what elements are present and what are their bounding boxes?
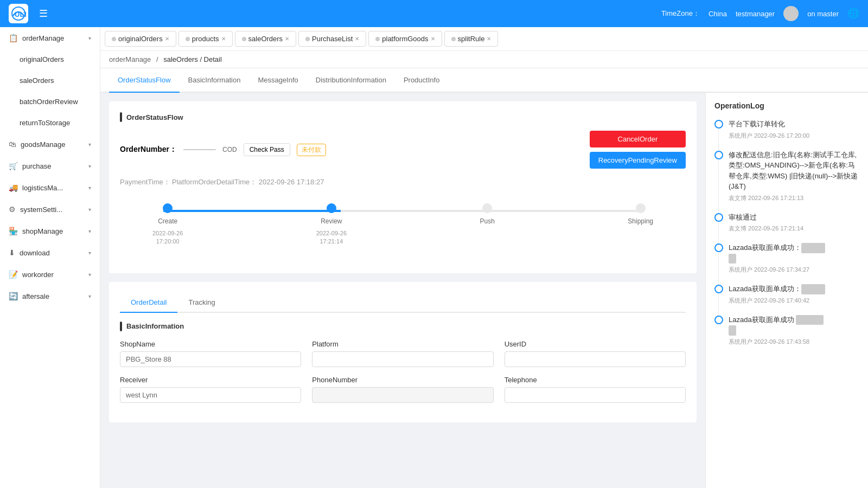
- close-icon-saleOrders[interactable]: ✕: [285, 36, 289, 42]
- sidebar-item-purchase[interactable]: 🛒 purchase ▾: [0, 155, 100, 177]
- step-time-create: 2022-09-2617:20:00: [152, 229, 183, 246]
- basic-info-title: BasicInformation: [120, 322, 686, 331]
- timezone-label: TimeZone：: [661, 9, 700, 18]
- operation-log-title: OperationLog: [714, 101, 859, 110]
- blurred-text-4: [801, 243, 826, 253]
- bottom-tabs: OrderDetail Tracking: [120, 293, 686, 313]
- tab-saleOrders[interactable]: saleOrders ✕: [235, 31, 297, 47]
- step-push: Push: [480, 203, 494, 246]
- tab-dot-products: [186, 37, 190, 41]
- hamburger-icon[interactable]: ☰: [39, 8, 48, 20]
- order-status-flow-card: OrderStatusFlow OrderNumber： COD Check P…: [109, 101, 697, 273]
- sidebar-label-shopManage: shopManage: [22, 227, 63, 235]
- sidebar-item-goodsManage[interactable]: 🛍 goodsManage ▾: [0, 133, 100, 155]
- op-log-meta-3: 袁文博 2022-09-26 17:21:14: [729, 224, 859, 233]
- tab-label-products: products: [192, 35, 219, 43]
- input-userid[interactable]: [505, 351, 686, 367]
- step-time-review: 2022-09-2617:21:14: [316, 229, 347, 246]
- chevron-icon-download: ▾: [88, 250, 91, 256]
- input-shopname[interactable]: [120, 351, 301, 367]
- breadcrumb-orderManage[interactable]: orderManage: [109, 55, 151, 63]
- sidebar-label-workorder: workorder: [22, 271, 54, 279]
- order-manage-icon: 📋: [9, 34, 18, 42]
- order-number-label: OrderNumber：: [120, 145, 177, 155]
- input-platform[interactable]: [312, 351, 493, 367]
- tab-products[interactable]: products ✕: [178, 31, 233, 47]
- close-icon-originalOrders[interactable]: ✕: [165, 36, 169, 42]
- chevron-icon-aftersale: ▾: [88, 293, 91, 299]
- goods-manage-icon: 🛍: [9, 140, 16, 149]
- sidebar-item-workorder[interactable]: 📝 workorder ▾: [0, 264, 100, 285]
- sidebar-item-systemSetti[interactable]: ⚙ systemSetti... ▾: [0, 198, 100, 220]
- check-pass-button[interactable]: Check Pass: [244, 143, 290, 156]
- op-log-content-1: 平台下载订单转化 系统用户 2022-09-26 17:20:00: [729, 119, 859, 140]
- progress-steps: Create 2022-09-2617:20:00 Review 2022-09…: [152, 203, 653, 246]
- timezone-value[interactable]: China: [709, 10, 727, 18]
- sidebar: 📋 orderManage ▾ originalOrders saleOrder…: [0, 27, 100, 488]
- page-tab-messageInfo[interactable]: MessageInfo: [249, 68, 307, 93]
- download-icon: ⬇: [9, 248, 15, 257]
- logo-icon: ULTRA: [9, 4, 28, 23]
- chevron-down-icon: ▾: [88, 35, 91, 41]
- tab-originalOrders[interactable]: originalOrders ✕: [105, 31, 176, 47]
- page-tab-label-productInfo: ProductInfo: [404, 76, 440, 84]
- input-telephone[interactable]: [505, 387, 686, 403]
- op-dot-5: [714, 285, 723, 293]
- tab-orderDetail[interactable]: OrderDetail: [120, 293, 177, 313]
- sidebar-item-logisticsMa[interactable]: 🚚 logisticsMa... ▾: [0, 177, 100, 198]
- op-dot-3: [714, 213, 723, 222]
- sidebar-label-saleOrders: saleOrders: [20, 76, 54, 85]
- order-suffix: COD: [222, 146, 237, 153]
- op-log-meta-2: 袁文博 2022-09-26 17:21:13: [729, 194, 859, 202]
- chevron-icon-logistics: ▾: [88, 185, 91, 191]
- tab-platformGoods[interactable]: platformGoods ✕: [368, 31, 442, 47]
- op-log-content-4: Lazada获取面单成功： 系统用户 2022-09-26 17:34:27: [729, 242, 859, 274]
- tab-label-splitRule: splitRule: [458, 35, 485, 43]
- tab-purchaseList[interactable]: PurchaseList ✕: [298, 31, 366, 47]
- input-phonenumber[interactable]: [312, 387, 493, 403]
- step-review: Review 2022-09-2617:21:14: [316, 203, 347, 246]
- close-icon-products[interactable]: ✕: [221, 36, 226, 42]
- sidebar-item-shopManage[interactable]: 🏪 shopManage ▾: [0, 220, 100, 242]
- cancel-order-button[interactable]: CancelOrder: [590, 131, 686, 147]
- tab-splitRule[interactable]: splitRule ✕: [444, 31, 499, 47]
- step-label-push: Push: [480, 217, 494, 225]
- tab-dot-purchaseList: [305, 37, 310, 41]
- op-log-item-1: 平台下载订单转化 系统用户 2022-09-26 17:20:00: [714, 119, 859, 140]
- op-log-text-4: Lazada获取面单成功：: [729, 242, 859, 264]
- sidebar-item-originalOrders[interactable]: originalOrders: [0, 49, 100, 70]
- recovery-pending-review-button[interactable]: RecoveryPendingReview: [590, 152, 686, 169]
- close-icon-platformGoods[interactable]: ✕: [431, 36, 435, 42]
- sidebar-item-returnToStorage[interactable]: returnToStorage: [0, 112, 100, 133]
- op-log-content-3: 审核通过 袁文博 2022-09-26 17:21:14: [729, 212, 859, 233]
- input-receiver[interactable]: [120, 387, 301, 403]
- chevron-icon-system: ▾: [88, 207, 91, 213]
- op-log-content-6: Lazada获取面单成功 系统用户 2022-09-26 17:43:58: [729, 314, 859, 346]
- sidebar-item-aftersale[interactable]: 🔄 aftersale ▾: [0, 285, 100, 307]
- header: ULTRA ☰ TimeZone： China testmanager on m…: [0, 0, 868, 27]
- step-label-shipping: Shipping: [628, 217, 653, 225]
- globe-icon[interactable]: 🌐: [847, 8, 859, 20]
- sidebar-item-download[interactable]: ⬇ download ▾: [0, 242, 100, 264]
- order-number-value: [183, 149, 216, 150]
- tab-tracking[interactable]: Tracking: [177, 293, 226, 313]
- page-tab-orderStatusFlow[interactable]: OrderStatusFlow: [109, 68, 180, 93]
- op-log-item-4: Lazada获取面单成功： 系统用户 2022-09-26 17:34:27: [714, 242, 859, 274]
- page-tab-basicInformation[interactable]: BasicInformation: [180, 68, 250, 93]
- close-icon-purchaseList[interactable]: ✕: [355, 36, 359, 42]
- progress-steps-container: Create 2022-09-2617:20:00 Review 2022-09…: [120, 198, 686, 262]
- form-group-shopname: ShopName: [120, 340, 301, 367]
- sidebar-item-batchOrderReview[interactable]: batchOrderReview: [0, 91, 100, 112]
- op-log-text-1: 平台下载订单转化: [729, 119, 859, 130]
- sidebar-label-systemSetti: systemSetti...: [20, 206, 62, 214]
- page-tab-productInfo[interactable]: ProductInfo: [395, 68, 449, 93]
- form-row-1: ShopName Platform UserID: [120, 340, 686, 367]
- close-icon-splitRule[interactable]: ✕: [487, 36, 491, 42]
- username: testmanager: [736, 10, 775, 18]
- sidebar-item-orderManage[interactable]: 📋 orderManage ▾: [0, 27, 100, 49]
- op-log-meta-5: 系统用户 2022-09-26 17:40:42: [729, 297, 859, 305]
- page-tab-distributionInfo[interactable]: DistributionInformation: [307, 68, 395, 93]
- purchase-icon: 🛒: [9, 162, 18, 170]
- sidebar-item-saleOrders[interactable]: saleOrders: [0, 70, 100, 91]
- tab-dot-saleOrders: [242, 37, 246, 41]
